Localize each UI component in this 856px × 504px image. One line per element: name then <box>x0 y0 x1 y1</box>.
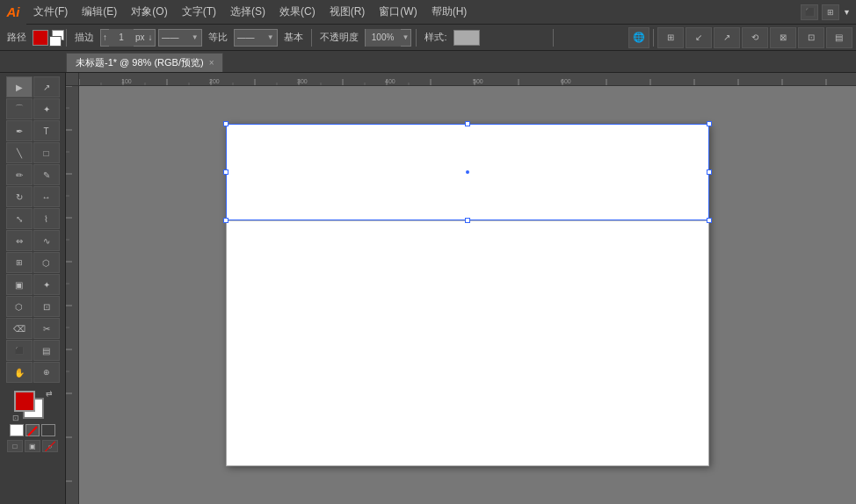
color-area: ⇄ ⊡ □ ▣ ○ <box>2 387 63 454</box>
tool-pencil[interactable]: ✎ <box>33 164 60 185</box>
canvas-column: 100 200 300 400 500 600 <box>66 73 856 504</box>
menu-effect[interactable]: 效果(C) <box>272 0 323 25</box>
reset-colors-icon[interactable]: ⊡ <box>12 414 19 422</box>
dropdown-arrow[interactable]: ▼ <box>843 8 851 17</box>
tool-artboard[interactable]: ⬛ <box>6 340 33 361</box>
swap-colors-icon[interactable]: ⇄ <box>46 389 53 398</box>
tool-row-line: ╲ □ <box>2 142 63 163</box>
svg-text:300: 300 <box>297 78 308 84</box>
tool-rotate[interactable]: ↻ <box>6 186 33 207</box>
path-label: 路径 <box>4 31 30 44</box>
tool-gradient[interactable]: ▣ <box>6 274 33 295</box>
stroke-width-input[interactable] <box>109 29 134 47</box>
fill-btn[interactable]: □ <box>7 440 23 452</box>
tb-btn-3[interactable]: ↗ <box>714 27 740 48</box>
tool-line[interactable]: ╲ <box>6 142 33 163</box>
tool-lasso[interactable]: ⌒ <box>6 98 33 119</box>
arrange-icon[interactable]: ⊞ <box>822 4 839 20</box>
tool-row-rotate: ↻ ↔ <box>2 186 63 207</box>
tab-bar: 未标题-1* @ 98% (RGB/预览) × <box>0 51 856 73</box>
stroke-swatch-fg[interactable] <box>49 36 62 47</box>
document-tab[interactable]: 未标题-1* @ 98% (RGB/预览) × <box>66 53 223 72</box>
ruler-vertical <box>66 86 79 504</box>
menu-type[interactable]: 文字(T) <box>175 0 223 25</box>
ratio-dropdown[interactable]: —— ▼ <box>234 29 278 47</box>
none-swatch[interactable] <box>25 424 40 436</box>
tool-warp[interactable]: ⌇ <box>33 208 60 229</box>
menu-window[interactable]: 窗口(W) <box>372 0 424 25</box>
divider-left-handle[interactable] <box>223 218 229 223</box>
tool-hand[interactable]: ✋ <box>6 362 33 383</box>
tool-magic-wand[interactable]: ✦ <box>33 98 60 119</box>
tool-width[interactable]: ⇔ <box>6 230 33 251</box>
tool-row-blend: ⬡ ⊡ <box>2 296 63 317</box>
svg-text:200: 200 <box>209 78 220 84</box>
tool-rect[interactable]: □ <box>33 142 60 163</box>
tool-eraser[interactable]: ⌫ <box>6 318 33 339</box>
tab-title: 未标题-1* @ 98% (RGB/预览) <box>76 56 204 69</box>
style-label: 样式: <box>421 31 450 44</box>
style-picker[interactable] <box>453 30 480 46</box>
opacity-label: 不透明度 <box>316 31 362 44</box>
tool-row-eraser: ⌫ ✂ <box>2 318 63 339</box>
tool-spray[interactable]: ∿ <box>33 230 60 251</box>
workspace-icon[interactable]: ⬛ <box>801 4 818 20</box>
tool-row-chart: ⬛ ▤ <box>2 340 63 361</box>
white-swatch[interactable] <box>10 424 24 436</box>
artboard <box>226 124 709 466</box>
app-logo: Ai <box>0 0 26 25</box>
tool-row-select: ▶ ↗ <box>2 76 63 97</box>
opacity-input[interactable] <box>366 29 401 47</box>
color-mode-buttons: □ ▣ ○ <box>7 440 58 452</box>
tab-close-btn[interactable]: × <box>209 58 214 68</box>
tool-blend[interactable]: ⬡ <box>6 296 33 317</box>
tool-text[interactable]: T <box>33 120 60 141</box>
tool-row-lasso: ⌒ ✦ <box>2 98 63 119</box>
tool-perspective[interactable]: ⬡ <box>33 252 60 273</box>
artboard-section-divider <box>226 220 709 221</box>
tb-btn-2[interactable]: ↙ <box>686 27 712 48</box>
menu-edit[interactable]: 编辑(E) <box>75 0 124 25</box>
main-area: ▶ ↗ ⌒ ✦ ✒ T ╲ □ ✏ ✎ ↻ ↔ ⤡ ⌇ ⇔ ∿ <box>0 73 856 504</box>
tool-scissors[interactable]: ✂ <box>33 318 60 339</box>
tool-pen[interactable]: ✒ <box>6 120 33 141</box>
menu-help[interactable]: 帮助(H) <box>424 0 475 25</box>
tool-chart[interactable]: ▤ <box>33 340 60 361</box>
gradient-btn[interactable]: ▣ <box>25 440 40 452</box>
tb-btn-7[interactable]: ▤ <box>826 27 852 48</box>
none-btn[interactable]: ○ <box>42 440 58 452</box>
tool-brush[interactable]: ✏ <box>6 164 33 185</box>
tool-reflect[interactable]: ↔ <box>33 186 60 207</box>
tool-zoom[interactable]: ⊕ <box>33 362 60 383</box>
svg-text:100: 100 <box>121 78 132 84</box>
menu-select[interactable]: 选择(S) <box>223 0 272 25</box>
ruler-area: 100 200 300 400 500 600 <box>66 73 856 86</box>
divider-right-handle[interactable] <box>707 218 712 223</box>
stroke-style-dropdown[interactable]: —— ▼ <box>158 29 202 47</box>
tb-btn-5[interactable]: ⊠ <box>770 27 796 48</box>
tool-eyedropper[interactable]: ✦ <box>33 274 60 295</box>
tool-scale[interactable]: ⤡ <box>6 208 33 229</box>
canvas-area[interactable] <box>79 86 856 504</box>
tb-btn-1[interactable]: ⊞ <box>657 27 684 48</box>
menu-view[interactable]: 视图(R) <box>323 0 373 25</box>
stroke-label: 描边 <box>71 31 98 44</box>
fg-color-swatch[interactable] <box>14 391 35 412</box>
tool-select[interactable]: ▶ <box>6 76 33 97</box>
black-swatch[interactable] <box>41 424 55 436</box>
tb-btn-6[interactable]: ⊡ <box>798 27 824 48</box>
svg-text:400: 400 <box>385 78 395 84</box>
menu-object[interactable]: 对象(O) <box>124 0 174 25</box>
tool-slice[interactable]: ⊡ <box>33 296 60 317</box>
quick-swatches <box>10 424 55 436</box>
tb-btn-4[interactable]: ⟲ <box>742 27 768 48</box>
svg-text:600: 600 <box>561 78 571 84</box>
tool-mesh[interactable]: ⊞ <box>6 252 33 273</box>
tool-row-scale: ⤡ ⌇ <box>2 208 63 229</box>
web-icon[interactable]: 🌐 <box>628 27 649 48</box>
menu-file[interactable]: 文件(F) <box>26 0 75 25</box>
tool-direct-select[interactable]: ↗ <box>33 76 60 97</box>
tool-row-pen: ✒ T <box>2 120 63 141</box>
fill-swatch[interactable] <box>33 30 48 46</box>
tool-row-gradient: ▣ ✦ <box>2 274 63 295</box>
